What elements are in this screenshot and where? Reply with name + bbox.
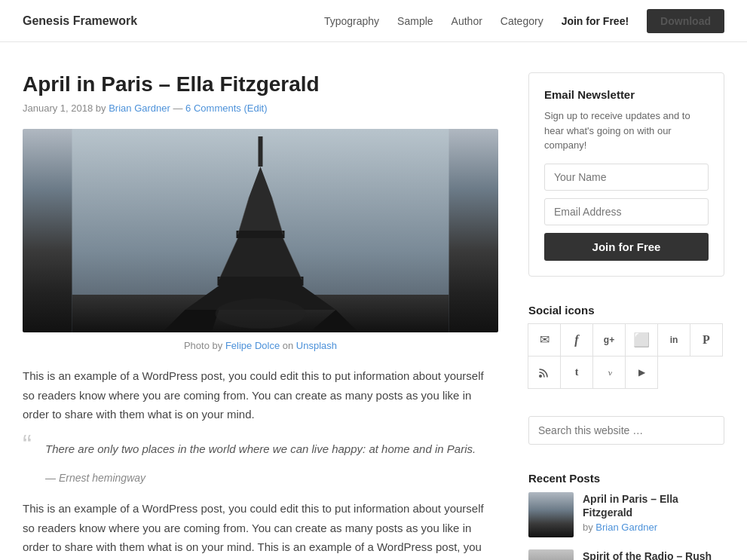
svg-point-16 [539, 375, 542, 378]
social-title: Social icons [528, 304, 724, 317]
nav-category[interactable]: Category [501, 15, 543, 27]
recent-post-title-2: Spirit of the Radio – Rush [583, 549, 724, 561]
recent-post-thumb-2 [528, 549, 574, 561]
svg-point-11 [216, 298, 306, 329]
vimeo-icon[interactable]: 𝓿 [592, 356, 626, 389]
post-body-1: This is an example of a WordPress post, … [23, 366, 498, 424]
newsletter-box: Email Newsletter Sign up to receive upda… [528, 72, 724, 277]
post-date: January 1, 2018 [23, 103, 93, 114]
download-button[interactable]: Download [647, 9, 724, 33]
recent-post-author-1[interactable]: Brian Gardner [595, 522, 657, 533]
main-nav: Typography Sample Author Category Join f… [324, 9, 724, 33]
svg-rect-5 [237, 231, 285, 238]
post-body: This is an example of a WordPress post, … [23, 366, 498, 560]
caption-prefix: Photo by [184, 340, 222, 351]
facebook-icon[interactable]: f [560, 323, 593, 357]
newsletter-widget: Email Newsletter Sign up to receive upda… [528, 72, 724, 277]
main-content: April in Paris – Ella Fitzgerald January… [23, 72, 498, 560]
social-icons-widget: Social icons ✉ f g+ ⬜ in P t 𝓿 ▶ [528, 304, 724, 389]
caption-source-link[interactable]: Unsplash [296, 340, 337, 351]
recent-post-by-1: by Brian Gardner [583, 522, 724, 533]
newsletter-name-input[interactable] [544, 164, 709, 191]
search-input[interactable] [528, 416, 724, 445]
eiffel-thumb-image [528, 492, 574, 537]
caption-on: on [283, 340, 293, 351]
eiffel-image [23, 129, 498, 332]
post-comments-link[interactable]: 6 Comments [185, 103, 241, 114]
post-body-2: This is an example of a WordPress post, … [23, 499, 498, 560]
recent-posts-title: Recent Posts [528, 472, 724, 485]
nav-join[interactable]: Join for Free! [562, 15, 629, 27]
nav-sample[interactable]: Sample [397, 15, 433, 27]
site-header: Genesis Framework Typography Sample Auth… [0, 0, 747, 42]
newsletter-title: Email Newsletter [544, 88, 709, 101]
recent-post-item: April in Paris – Ella Fitzgerald by Bria… [528, 492, 724, 537]
recent-post-info-2: Spirit of the Radio – Rush by Brian Gard… [583, 549, 724, 561]
post-meta-dash: — [173, 103, 185, 114]
svg-rect-7 [218, 277, 304, 286]
nav-author[interactable]: Author [452, 15, 482, 27]
youtube-icon[interactable]: ▶ [625, 356, 658, 389]
radio-thumb-image [528, 549, 574, 561]
pinterest-icon[interactable]: P [690, 323, 723, 357]
post-caption: Photo by Felipe Dolce on Unsplash [23, 340, 498, 351]
post-by: by [96, 103, 109, 114]
social-icons-grid: ✉ f g+ ⬜ in P t 𝓿 ▶ [528, 324, 724, 389]
twitter-icon[interactable]: t [560, 356, 593, 389]
rss-icon[interactable] [528, 356, 561, 389]
post-meta: January 1, 2018 by Brian Gardner — 6 Com… [23, 103, 498, 114]
newsletter-email-input[interactable] [544, 198, 709, 225]
post-author-link[interactable]: Brian Gardner [109, 103, 170, 114]
recent-post-item-2: Spirit of the Radio – Rush by Brian Gard… [528, 549, 724, 561]
recent-post-title-1: April in Paris – Ella Fitzgerald [583, 492, 724, 519]
post-blockquote: There are only two places in the world w… [30, 439, 498, 485]
post-image [23, 129, 498, 332]
newsletter-join-button[interactable]: Join for Free [544, 233, 709, 261]
newsletter-desc: Sign up to receive updates and to hear w… [544, 109, 709, 153]
quote-author: — Ernest hemingway [45, 472, 498, 484]
google-plus-icon[interactable]: g+ [592, 323, 626, 357]
page-wrap: April in Paris – Ella Fitzgerald January… [0, 42, 747, 560]
sidebar: Email Newsletter Sign up to receive upda… [528, 72, 724, 560]
svg-rect-2 [259, 136, 263, 167]
post-title: April in Paris – Ella Fitzgerald [23, 72, 498, 96]
nav-typography[interactable]: Typography [324, 15, 379, 27]
site-title[interactable]: Genesis Framework [23, 14, 137, 28]
post-edit-link[interactable]: (Edit) [243, 103, 267, 114]
instagram-icon[interactable]: ⬜ [625, 323, 658, 357]
eiffel-svg [23, 129, 498, 332]
search-widget [528, 416, 724, 445]
linkedin-icon[interactable]: in [657, 323, 690, 357]
recent-post-thumb-1 [528, 492, 574, 537]
email-icon[interactable]: ✉ [528, 323, 561, 357]
recent-post-info-1: April in Paris – Ella Fitzgerald by Bria… [583, 492, 724, 533]
recent-posts-widget: Recent Posts April in Paris – Ella Fitzg… [528, 472, 724, 561]
quote-text: There are only two places in the world w… [45, 439, 498, 459]
caption-author-link[interactable]: Felipe Dolce [225, 340, 280, 351]
